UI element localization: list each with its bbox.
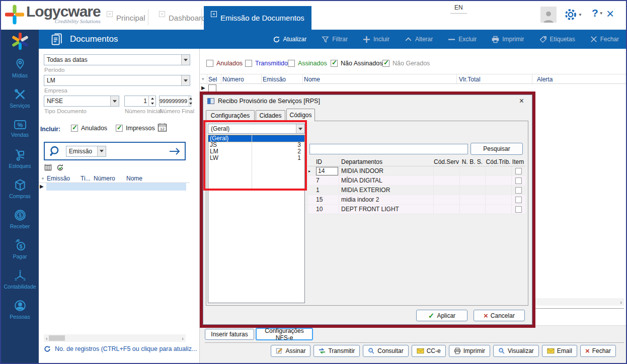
column-header-numero[interactable]: Número bbox=[222, 76, 244, 83]
table-row[interactable]: ▸ 14 MIDIA INDOOR bbox=[308, 166, 525, 176]
grid-horizontal-scrollbar[interactable]: › bbox=[533, 298, 624, 306]
codigo-group-select[interactable]: (Geral) bbox=[208, 124, 305, 134]
search-field-select[interactable]: Emissão bbox=[66, 146, 106, 157]
atualizar-button[interactable]: Atualizar bbox=[273, 36, 307, 43]
tab-close-icon[interactable]: × bbox=[211, 11, 217, 17]
column-header-vlrtotal[interactable]: Vlr.Total bbox=[459, 76, 481, 83]
checkbox-icon[interactable] bbox=[331, 60, 338, 67]
sidebar-item-vendas[interactable]: % Vendas bbox=[1, 113, 39, 143]
language-selector[interactable]: EN bbox=[450, 4, 467, 14]
dialog-tab-configuracoes[interactable]: Configurações bbox=[206, 110, 255, 121]
fechar-button-bottom[interactable]: × Fechar bbox=[580, 345, 616, 357]
periodo-select[interactable]: Todas as datas bbox=[44, 54, 190, 65]
consultar-button[interactable]: Consultar bbox=[363, 345, 408, 357]
filtrar-button[interactable]: Filtrar bbox=[322, 36, 348, 43]
cce-button[interactable]: CC-e bbox=[412, 345, 446, 357]
configuracoes-nfse-button[interactable]: Configurações NFS-e bbox=[256, 328, 313, 340]
tab-emissao-de-documentos[interactable]: × Emissão de Documentos bbox=[204, 6, 311, 30]
chevron-down-icon[interactable] bbox=[296, 124, 304, 133]
checkbox-icon[interactable] bbox=[71, 125, 78, 132]
search-go-arrow-icon[interactable] bbox=[169, 147, 181, 156]
dialog-close-icon[interactable]: × bbox=[515, 97, 528, 106]
sidebar-item-pagar[interactable]: $ Pagar bbox=[1, 234, 39, 264]
sidebar-item-compras[interactable]: Compras bbox=[1, 173, 39, 204]
tab-close-icon[interactable]: × bbox=[159, 11, 165, 17]
column-header[interactable]: Nome bbox=[126, 175, 142, 182]
selected-empty-row[interactable] bbox=[46, 183, 186, 191]
column-header-codtrib[interactable]: Cód.Trib. bbox=[485, 158, 511, 165]
item-checkbox[interactable] bbox=[515, 187, 522, 194]
tipo-documento-select[interactable]: NFSE bbox=[44, 96, 119, 107]
checkbox-icon[interactable] bbox=[206, 60, 213, 67]
chevron-down-icon[interactable] bbox=[97, 146, 106, 156]
impressos-checkbox[interactable]: Impressos bbox=[116, 125, 155, 132]
assinar-button[interactable]: Assinar bbox=[271, 345, 310, 357]
etiquetas-button[interactable]: Etiquetas bbox=[539, 36, 575, 43]
sidebar-item-servicos[interactable]: Serviços bbox=[1, 83, 39, 113]
results-horizontal-scrollbar[interactable]: ‹ › bbox=[44, 334, 186, 342]
anulados-filter-checkbox[interactable]: Anulados bbox=[206, 60, 243, 67]
checkbox-icon[interactable] bbox=[288, 60, 295, 67]
avatar[interactable] bbox=[540, 7, 557, 23]
assinados-filter-checkbox[interactable]: Assinados bbox=[288, 60, 327, 67]
column-header-sel[interactable]: Sel bbox=[208, 76, 217, 83]
aplicar-button[interactable]: ✓ Aplicar bbox=[416, 310, 467, 321]
dropdown-option-geral[interactable]: (Geral) bbox=[208, 135, 304, 142]
dropdown-option-js[interactable]: JS 3 bbox=[208, 142, 304, 148]
transmitidos-filter-checkbox[interactable]: Transmitidos bbox=[245, 60, 291, 67]
departamento-search-input[interactable] bbox=[309, 144, 468, 154]
calendar-icon[interactable]: 12 bbox=[158, 123, 167, 132]
dialog-tab-cidades[interactable]: Cidades bbox=[256, 110, 285, 121]
record-count-status[interactable]: No. de registros (CTRL+F5 ou clique para… bbox=[44, 345, 197, 352]
visualizar-button[interactable]: Visualizar bbox=[493, 345, 539, 357]
column-header-nbs[interactable]: N. B. S. bbox=[459, 158, 485, 165]
spinner-arrows-icon[interactable] bbox=[148, 96, 155, 106]
app-logo-button[interactable] bbox=[1, 30, 39, 53]
imprimir-button[interactable]: Imprimir bbox=[492, 36, 524, 43]
column-header-nome[interactable]: Nome bbox=[304, 76, 320, 83]
incluir-button[interactable]: Incluir bbox=[363, 36, 389, 43]
numero-final-stepper[interactable]: 999999999 bbox=[159, 96, 191, 107]
scroll-right-icon[interactable]: › bbox=[182, 335, 184, 341]
cancelar-button[interactable]: × Cancelar bbox=[474, 310, 525, 321]
transmitir-button[interactable]: Transmitir bbox=[314, 345, 360, 357]
imprimir-button-bottom[interactable]: Imprimir bbox=[449, 345, 490, 357]
checkbox-icon[interactable] bbox=[382, 60, 389, 67]
dialog-tab-codigos[interactable]: Códigos bbox=[286, 109, 315, 121]
table-row[interactable]: 15 midia indoor 2 bbox=[308, 195, 525, 205]
scroll-right-icon[interactable]: › bbox=[620, 299, 622, 305]
item-checkbox[interactable] bbox=[515, 206, 522, 213]
column-header-codserv[interactable]: Cód.Serv bbox=[433, 158, 459, 165]
numero-inicial-stepper[interactable]: 1 bbox=[124, 96, 156, 107]
email-button[interactable]: Email bbox=[542, 345, 577, 357]
help-button[interactable]: ? ▼ bbox=[592, 7, 603, 19]
chevron-down-icon[interactable] bbox=[110, 96, 119, 106]
sort-icon[interactable]: ▾ bbox=[39, 176, 47, 181]
column-header[interactable]: Emissão bbox=[47, 175, 81, 182]
sidebar-item-contabilidade[interactable]: $ $ $ Contabilidade bbox=[1, 264, 39, 294]
item-checkbox[interactable] bbox=[515, 177, 522, 184]
fechar-button[interactable]: Fechar bbox=[590, 36, 619, 43]
column-header-emissao[interactable]: Emissão bbox=[263, 76, 286, 83]
tab-principal[interactable]: × Principal bbox=[100, 6, 152, 30]
pesquisar-button[interactable]: Pesquisar bbox=[471, 143, 523, 155]
alterar-button[interactable]: Alterar bbox=[405, 36, 433, 43]
column-header-item[interactable]: Item bbox=[511, 158, 525, 165]
sort-icon[interactable]: ▾ bbox=[202, 76, 204, 81]
id-edit-box[interactable]: 14 bbox=[316, 167, 338, 175]
table-row[interactable]: 7 MÍDIA DIGITAL bbox=[308, 176, 525, 186]
checkbox-icon[interactable] bbox=[245, 60, 252, 67]
table-row[interactable]: 10 DEPT FRONT LIGHT bbox=[308, 205, 525, 214]
nao-assinados-filter-checkbox[interactable]: Não Assinados bbox=[331, 60, 382, 67]
empresa-select[interactable]: LM bbox=[44, 75, 190, 86]
column-header-alerta[interactable]: Alerta bbox=[537, 76, 553, 83]
dropdown-option-lm[interactable]: LM 2 bbox=[208, 148, 304, 155]
column-header[interactable]: Ti... bbox=[81, 175, 94, 182]
dropdown-option-lw[interactable]: LW 1 bbox=[208, 155, 304, 161]
sidebar-item-pessoas[interactable]: Pessoas bbox=[1, 294, 39, 324]
grid-view-icon[interactable] bbox=[44, 163, 52, 172]
sidebar-item-receber[interactable]: $ Receber bbox=[1, 204, 39, 234]
table-row[interactable]: 1 MIDIA EXTERIOR bbox=[308, 186, 525, 195]
sidebar-item-estoques[interactable]: Estoques bbox=[1, 143, 39, 173]
settings-button[interactable]: ▼ bbox=[564, 8, 582, 21]
